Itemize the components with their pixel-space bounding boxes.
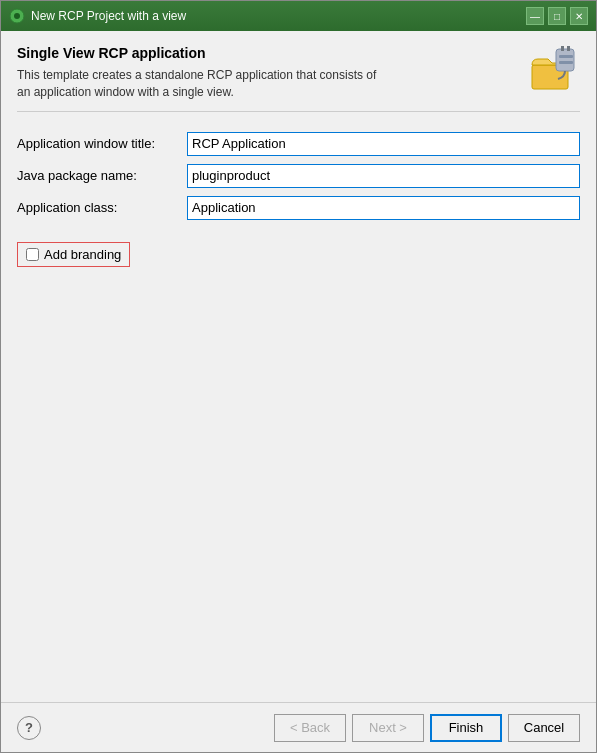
finish-button[interactable]: Finish [430, 714, 502, 742]
java-package-input[interactable] [187, 164, 580, 188]
navigation-buttons: < Back Next > Finish Cancel [274, 714, 580, 742]
svg-point-1 [14, 13, 20, 19]
minimize-button[interactable]: — [526, 7, 544, 25]
add-branding-checkbox[interactable] [26, 248, 39, 261]
button-bar: ? < Back Next > Finish Cancel [1, 702, 596, 752]
svg-rect-4 [561, 46, 564, 51]
back-button[interactable]: < Back [274, 714, 346, 742]
svg-rect-6 [559, 55, 573, 58]
help-button[interactable]: ? [17, 716, 41, 740]
app-window-title-input[interactable] [187, 132, 580, 156]
window-title: New RCP Project with a view [31, 9, 526, 23]
main-content: Single View RCP application This templat… [1, 31, 596, 702]
app-window-title-row: Application window title: [17, 132, 580, 156]
section-icon [528, 45, 580, 93]
window-controls: — □ ✕ [526, 7, 588, 25]
app-window-title-label: Application window title: [17, 136, 187, 151]
java-package-row: Java package name: [17, 164, 580, 188]
form-section: Application window title: Java package n… [17, 132, 580, 220]
add-branding-text: Add branding [44, 247, 121, 262]
java-package-label: Java package name: [17, 168, 187, 183]
header-text: Single View RCP application This templat… [17, 45, 518, 101]
add-branding-label[interactable]: Add branding [26, 247, 121, 262]
app-class-input[interactable] [187, 196, 580, 220]
close-button[interactable]: ✕ [570, 7, 588, 25]
svg-rect-5 [567, 46, 570, 51]
window-icon [9, 8, 25, 24]
section-title: Single View RCP application [17, 45, 518, 61]
app-class-row: Application class: [17, 196, 580, 220]
title-bar: New RCP Project with a view — □ ✕ [1, 1, 596, 31]
app-class-label: Application class: [17, 200, 187, 215]
section-description: This template creates a standalone RCP a… [17, 67, 518, 101]
svg-rect-3 [556, 49, 574, 71]
next-button[interactable]: Next > [352, 714, 424, 742]
add-branding-section: Add branding [17, 242, 130, 267]
cancel-button[interactable]: Cancel [508, 714, 580, 742]
maximize-button[interactable]: □ [548, 7, 566, 25]
window: New RCP Project with a view — □ ✕ Single… [0, 0, 597, 753]
header-section: Single View RCP application This templat… [17, 45, 580, 112]
svg-rect-7 [559, 61, 573, 64]
